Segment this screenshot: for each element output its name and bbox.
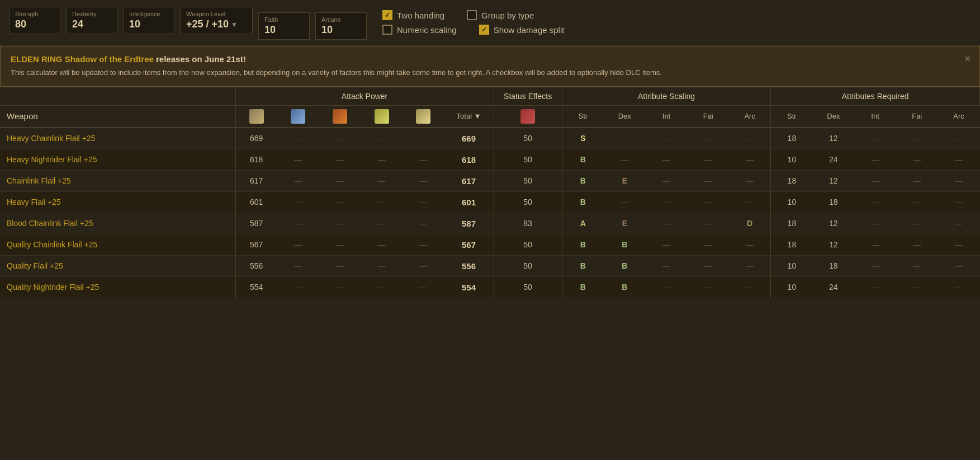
bleed-icon	[520, 109, 535, 124]
bleed-cell: 50	[494, 255, 562, 276]
table-row: Heavy Nightrider Flail +25618————61850B—…	[0, 149, 980, 170]
fire-icon	[333, 109, 347, 124]
phys-dmg-cell: 587	[235, 213, 277, 234]
table-row: Blood Chainlink Flail +25587————58783AE—…	[0, 213, 980, 234]
weapon-name-cell[interactable]: Quality Chainlink Flail +25	[0, 234, 235, 255]
group-header-row: Attack Power Status Effects Attribute Sc…	[0, 87, 980, 105]
notification-banner: ELDEN RING Shadow of the Erdtree release…	[0, 46, 980, 87]
faith-stat: Faith	[258, 12, 310, 40]
col-header-fai-scaling: Fai	[687, 105, 729, 128]
weapon-name-cell[interactable]: Chainlink Flail +25	[0, 170, 235, 191]
total-dmg-cell: 617	[444, 170, 494, 191]
bleed-cell: 50	[494, 149, 562, 170]
top-controls: Strength Dexterity Intelligence Weapon L…	[0, 0, 980, 46]
str-scaling-cell: B	[562, 149, 604, 170]
total-dmg-cell: 601	[444, 191, 494, 213]
group-header-weapon	[0, 87, 235, 105]
group-header-attributes-required: Attributes Required	[771, 87, 980, 105]
col-header-weapon: Weapon	[0, 105, 235, 128]
col-header-arc-scaling: Arc	[729, 105, 771, 128]
bleed-cell: 50	[494, 170, 562, 191]
intelligence-stat: Intelligence	[123, 7, 174, 34]
col-header-dex-req: Dex	[812, 105, 854, 128]
arcane-input[interactable]	[321, 24, 361, 36]
weapon-name-cell[interactable]: Quality Flail +25	[0, 255, 235, 276]
weapon-name-cell[interactable]: Heavy Nightrider Flail +25	[0, 149, 235, 170]
total-sort-label: Total ▼	[457, 112, 481, 120]
notification-body: This calculator will be updated to inclu…	[11, 67, 957, 78]
total-dmg-cell: 669	[444, 128, 494, 149]
checkboxes-area: Two handing Group by type Numeric scalin…	[382, 7, 564, 38]
col-header-int-scaling: Int	[646, 105, 688, 128]
weapon-level-label: Weapon Level	[186, 11, 247, 17]
table-row: Heavy Flail +25601————60150B————1018———	[0, 191, 980, 213]
strength-label: Strength	[15, 11, 54, 17]
weapons-tbody: Heavy Chainlink Flail +25669————66950S——…	[0, 128, 980, 298]
show-damage-split-checkbox[interactable]: Show damage split	[479, 25, 565, 35]
weapon-name-cell[interactable]: Blood Chainlink Flail +25	[0, 213, 235, 234]
str-scaling-cell: B	[562, 276, 604, 298]
str-req-cell: 18	[771, 128, 813, 149]
phys-dmg-cell: 554	[235, 276, 277, 298]
col-header-arc-req: Arc	[938, 105, 980, 128]
str-req-cell: 10	[771, 191, 813, 213]
numeric-scaling-label: Numeric scaling	[397, 25, 457, 35]
col-header-holy	[403, 105, 444, 128]
bleed-cell: 50	[494, 128, 562, 149]
weapon-name-cell[interactable]: Heavy Flail +25	[0, 191, 235, 213]
strength-input[interactable]	[15, 18, 54, 30]
str-scaling-cell: B	[562, 191, 604, 213]
phys-dmg-cell: 567	[235, 234, 277, 255]
col-header-fire	[319, 105, 361, 128]
col-header-magic	[277, 105, 319, 128]
lightning-icon	[375, 109, 389, 124]
str-scaling-cell: B	[562, 255, 604, 276]
intelligence-label: Intelligence	[129, 11, 168, 17]
weapon-level-value: +25 / +10	[186, 18, 229, 30]
bleed-cell: 50	[494, 276, 562, 298]
bleed-cell: 50	[494, 191, 562, 213]
numeric-scaling-checkbox[interactable]: Numeric scaling	[382, 25, 457, 35]
dexterity-label: Dexterity	[72, 11, 111, 17]
dexterity-input[interactable]	[72, 18, 111, 30]
intelligence-input[interactable]	[129, 18, 168, 30]
col-header-phys	[235, 105, 277, 128]
group-by-type-label: Group by type	[481, 11, 534, 20]
chevron-down-icon[interactable]: ▼	[231, 21, 238, 29]
phys-dmg-cell: 601	[235, 191, 277, 213]
group-by-type-checkbox-box[interactable]	[467, 10, 477, 20]
group-header-attack-power: Attack Power	[235, 87, 494, 105]
weapon-name-cell[interactable]: Quality Nightrider Flail +25	[0, 276, 235, 298]
table-row: Chainlink Flail +25617————61750BE———1812…	[0, 170, 980, 191]
col-header-total[interactable]: Total ▼	[444, 105, 494, 128]
str-scaling-cell: S	[562, 128, 604, 149]
col-header-dex-scaling: Dex	[604, 105, 646, 128]
arcane-stat: Arcane	[315, 12, 367, 40]
table-row: Quality Flail +25556————55650BB———1018——…	[0, 255, 980, 276]
group-by-type-checkbox[interactable]: Group by type	[467, 10, 534, 20]
table-row: Quality Nightrider Flail +25554————55450…	[0, 276, 980, 298]
str-req-cell: 18	[771, 213, 813, 234]
weapon-name-cell[interactable]: Heavy Chainlink Flail +25	[0, 128, 235, 149]
col-header-bleed	[494, 105, 562, 128]
faith-input[interactable]	[264, 24, 304, 36]
str-scaling-cell: B	[562, 170, 604, 191]
magic-icon	[291, 109, 305, 124]
phys-dmg-cell: 617	[235, 170, 277, 191]
notification-close-button[interactable]: ×	[964, 53, 970, 65]
stat-group-row1: Strength Dexterity Intelligence Weapon L…	[9, 7, 367, 40]
arcane-label: Arcane	[321, 16, 361, 23]
show-damage-split-checkbox-box[interactable]	[479, 25, 489, 35]
two-handing-checkbox[interactable]: Two handing	[382, 10, 444, 20]
col-header-lightning	[361, 105, 403, 128]
weapon-level-select[interactable]: +25 / +10 ▼	[186, 18, 247, 30]
numeric-scaling-checkbox-box[interactable]	[382, 25, 392, 35]
table-row: Heavy Chainlink Flail +25669————66950S——…	[0, 128, 980, 149]
group-header-status-effects: Status Effects	[494, 87, 562, 105]
str-req-cell: 10	[771, 276, 813, 298]
str-scaling-cell: B	[562, 234, 604, 255]
table-row: Quality Chainlink Flail +25567————56750B…	[0, 234, 980, 255]
two-handing-checkbox-box[interactable]	[382, 10, 392, 20]
phys-dmg-cell: 669	[235, 128, 277, 149]
phys-dmg-cell: 556	[235, 255, 277, 276]
